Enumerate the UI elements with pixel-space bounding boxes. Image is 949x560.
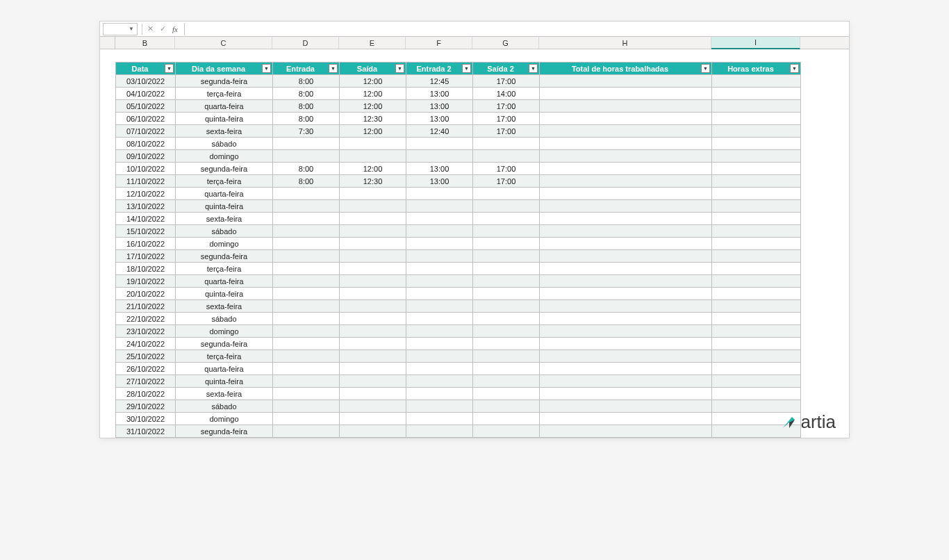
formula-input[interactable]	[184, 23, 849, 35]
cell-out1[interactable]	[340, 300, 406, 313]
cell-day[interactable]: domingo	[176, 413, 273, 425]
cell-day[interactable]: segunda-feira	[176, 425, 273, 438]
cell-in2[interactable]	[406, 238, 473, 250]
cell-day[interactable]: sábado	[176, 225, 273, 238]
filter-dropdown-icon[interactable]: ▼	[329, 64, 338, 73]
cell-out2[interactable]	[473, 388, 540, 400]
cell-total[interactable]	[540, 413, 712, 425]
cell-date[interactable]: 19/10/2022	[116, 275, 176, 288]
cell-day[interactable]: quinta-feira	[176, 288, 273, 300]
cell-out2[interactable]	[473, 150, 540, 163]
cell-day[interactable]: sexta-feira	[176, 388, 273, 400]
table-header-cell[interactable]: Saída 2▼	[473, 63, 540, 75]
cell-in1[interactable]	[273, 188, 340, 200]
cell-day[interactable]: quarta-feira	[176, 363, 273, 375]
cell-out1[interactable]	[340, 275, 406, 288]
cell-in2[interactable]	[406, 363, 473, 375]
cell-date[interactable]: 03/10/2022	[116, 75, 176, 88]
cell-out2[interactable]	[473, 375, 540, 388]
cell-date[interactable]: 29/10/2022	[116, 400, 176, 413]
cell-in2[interactable]	[406, 338, 473, 350]
table-header-cell[interactable]: Total de horas trabalhadas▼	[540, 63, 712, 75]
cell-in1[interactable]: 8:00	[273, 88, 340, 100]
cell-extra[interactable]	[712, 263, 801, 275]
cell-in1[interactable]	[273, 313, 340, 325]
cell-out2[interactable]	[473, 288, 540, 300]
cell-total[interactable]	[540, 388, 712, 400]
cell-out2[interactable]	[473, 363, 540, 375]
filter-dropdown-icon[interactable]: ▼	[701, 64, 710, 73]
cell-day[interactable]: terça-feira	[176, 263, 273, 275]
chevron-down-icon[interactable]: ▼	[129, 26, 134, 32]
cell-extra[interactable]	[712, 188, 801, 200]
cell-out2[interactable]	[473, 250, 540, 263]
cell-date[interactable]: 16/10/2022	[116, 238, 176, 250]
cell-in2[interactable]	[406, 250, 473, 263]
cell-out2[interactable]: 17:00	[473, 100, 540, 113]
cell-in1[interactable]	[273, 413, 340, 425]
cell-in2[interactable]	[406, 425, 473, 438]
cell-out1[interactable]: 12:00	[340, 163, 406, 175]
cell-extra[interactable]	[712, 150, 801, 163]
cell-out1[interactable]: 12:30	[340, 175, 406, 188]
cell-in2[interactable]: 13:00	[406, 88, 473, 100]
cell-date[interactable]: 07/10/2022	[116, 125, 176, 138]
cell-date[interactable]: 31/10/2022	[116, 425, 176, 438]
cell-out1[interactable]	[340, 263, 406, 275]
cell-in2[interactable]	[406, 275, 473, 288]
cell-total[interactable]	[540, 313, 712, 325]
cell-in1[interactable]	[273, 288, 340, 300]
cell-out2[interactable]	[473, 325, 540, 338]
cell-out1[interactable]: 12:30	[340, 113, 406, 125]
cell-date[interactable]: 05/10/2022	[116, 100, 176, 113]
cell-date[interactable]: 09/10/2022	[116, 150, 176, 163]
cell-extra[interactable]	[712, 275, 801, 288]
cell-date[interactable]: 20/10/2022	[116, 288, 176, 300]
cell-total[interactable]	[540, 100, 712, 113]
cell-in1[interactable]	[273, 263, 340, 275]
cell-total[interactable]	[540, 175, 712, 188]
fx-icon[interactable]: fx	[169, 23, 181, 35]
cell-day[interactable]: sexta-feira	[176, 125, 273, 138]
cell-in1[interactable]	[273, 238, 340, 250]
cell-out2[interactable]	[473, 425, 540, 438]
cell-out1[interactable]: 12:00	[340, 125, 406, 138]
cell-day[interactable]: domingo	[176, 150, 273, 163]
cell-out1[interactable]	[340, 413, 406, 425]
cell-in2[interactable]	[406, 300, 473, 313]
cell-out1[interactable]	[340, 138, 406, 150]
cell-out1[interactable]	[340, 213, 406, 225]
cell-extra[interactable]	[712, 325, 801, 338]
cell-out1[interactable]: 12:00	[340, 100, 406, 113]
cell-date[interactable]: 11/10/2022	[116, 175, 176, 188]
cell-in2[interactable]	[406, 288, 473, 300]
cell-in1[interactable]	[273, 363, 340, 375]
cell-date[interactable]: 24/10/2022	[116, 338, 176, 350]
cell-out2[interactable]: 17:00	[473, 175, 540, 188]
cell-out1[interactable]	[340, 313, 406, 325]
cell-in1[interactable]: 7:30	[273, 125, 340, 138]
cell-day[interactable]: sábado	[176, 313, 273, 325]
cell-in1[interactable]	[273, 300, 340, 313]
cell-total[interactable]	[540, 213, 712, 225]
cell-day[interactable]: quarta-feira	[176, 275, 273, 288]
cell-total[interactable]	[540, 275, 712, 288]
filter-dropdown-icon[interactable]: ▼	[462, 64, 471, 73]
cell-out1[interactable]	[340, 200, 406, 213]
cell-out2[interactable]	[473, 188, 540, 200]
cell-date[interactable]: 26/10/2022	[116, 363, 176, 375]
cell-total[interactable]	[540, 125, 712, 138]
cell-day[interactable]: segunda-feira	[176, 163, 273, 175]
cell-date[interactable]: 27/10/2022	[116, 375, 176, 388]
cell-date[interactable]: 28/10/2022	[116, 388, 176, 400]
cell-out2[interactable]	[473, 238, 540, 250]
cell-extra[interactable]	[712, 225, 801, 238]
cell-total[interactable]	[540, 238, 712, 250]
cell-in1[interactable]	[273, 388, 340, 400]
cell-day[interactable]: quinta-feira	[176, 113, 273, 125]
cell-in2[interactable]	[406, 375, 473, 388]
cell-out1[interactable]	[340, 375, 406, 388]
cell-day[interactable]: domingo	[176, 238, 273, 250]
cell-total[interactable]	[540, 150, 712, 163]
cell-out2[interactable]: 17:00	[473, 113, 540, 125]
